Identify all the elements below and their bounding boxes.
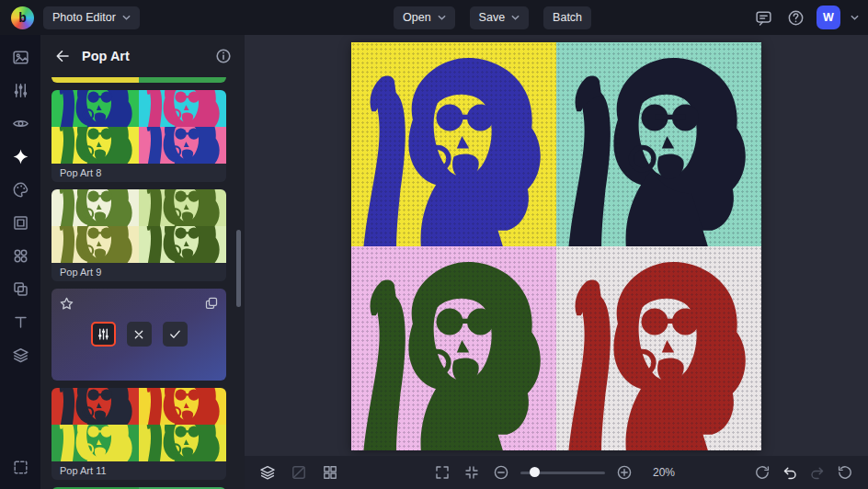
effect-card-selected[interactable] bbox=[51, 289, 226, 381]
effect-thumbnail bbox=[51, 189, 226, 263]
text-icon bbox=[12, 313, 29, 331]
photo-icon bbox=[12, 49, 29, 66]
popart-quadrant-topright bbox=[556, 42, 761, 246]
view-tools bbox=[257, 462, 340, 483]
sidebar-item-text[interactable] bbox=[9, 312, 31, 333]
panel-header: Pop Art bbox=[40, 35, 245, 77]
grid-view-icon[interactable] bbox=[320, 462, 340, 483]
duplicate-copy-icon[interactable] bbox=[204, 296, 219, 314]
file-actions: Open Save Batch bbox=[394, 6, 591, 29]
overlay-icon bbox=[12, 280, 29, 298]
undo-icon[interactable] bbox=[780, 462, 800, 483]
favorite-star-icon[interactable] bbox=[59, 296, 74, 315]
panel-scrollbar[interactable] bbox=[236, 83, 241, 483]
sidebar-item-layers[interactable] bbox=[9, 345, 31, 366]
scrollbar-thumb[interactable] bbox=[236, 230, 241, 307]
check-icon bbox=[168, 327, 182, 341]
batch-button[interactable]: Batch bbox=[543, 6, 591, 29]
sidebar-item-canvas[interactable] bbox=[9, 457, 31, 478]
sync-refresh-icon[interactable] bbox=[752, 462, 772, 483]
chevron-down-icon[interactable] bbox=[851, 15, 859, 20]
fullscreen-icon[interactable] bbox=[432, 462, 452, 483]
sidebar-item-overlays[interactable] bbox=[9, 279, 31, 300]
zoom-level: 20% bbox=[653, 466, 680, 479]
popart-figure bbox=[139, 189, 226, 226]
popart-quadrant bbox=[139, 189, 226, 226]
popart-quadrant bbox=[139, 127, 226, 164]
effect-controls bbox=[51, 322, 226, 347]
fit-screen-icon[interactable] bbox=[462, 462, 482, 483]
photo-editor-app: b Photo Editor Open Save Batch bbox=[0, 0, 868, 489]
popart-quadrant bbox=[139, 388, 226, 425]
popart-quadrant bbox=[51, 90, 139, 127]
popart-figure bbox=[51, 90, 139, 127]
popart-figure bbox=[51, 127, 139, 164]
popart-figure bbox=[139, 90, 226, 127]
sidebar-item-graphics[interactable] bbox=[9, 245, 31, 267]
tool-rail bbox=[0, 35, 40, 489]
effect-card[interactable]: Pop Art 8 bbox=[51, 90, 226, 182]
frame-icon bbox=[12, 214, 29, 232]
chevron-down-icon bbox=[122, 15, 131, 20]
back-button[interactable] bbox=[51, 45, 74, 67]
close-icon bbox=[132, 328, 145, 341]
help-icon[interactable] bbox=[784, 6, 806, 28]
sidebar-item-adjust[interactable] bbox=[9, 80, 31, 101]
effect-apply-button[interactable] bbox=[163, 322, 188, 347]
zoom-slider-knob[interactable] bbox=[530, 467, 540, 477]
app-logo-icon[interactable]: b bbox=[11, 6, 34, 29]
effect-settings-button[interactable] bbox=[91, 322, 116, 347]
popart-quadrant bbox=[51, 388, 139, 425]
effect-card-partial[interactable] bbox=[51, 77, 226, 83]
popart-figure bbox=[51, 425, 139, 461]
zoom-in-icon[interactable] bbox=[614, 462, 634, 483]
popart-quadrant bbox=[51, 425, 139, 461]
effect-thumbnail bbox=[51, 388, 226, 461]
eye-icon bbox=[12, 115, 29, 132]
popart-quadrant bbox=[51, 127, 139, 164]
history-tools bbox=[752, 462, 855, 483]
popart-image[interactable] bbox=[351, 42, 761, 450]
shapes-icon bbox=[12, 247, 29, 265]
effects-panel: Pop Art Pop Art 8 bbox=[40, 35, 245, 489]
popart-figure bbox=[139, 127, 226, 164]
app-mode-label: Photo Editor bbox=[52, 11, 116, 24]
layers-icon bbox=[12, 347, 29, 364]
popart-quadrant bbox=[139, 90, 226, 127]
layers-icon[interactable] bbox=[257, 462, 278, 483]
effects-list: Pop Art 8 Pop Art 9 bbox=[40, 77, 245, 489]
feedback-chat-icon[interactable] bbox=[752, 6, 774, 28]
save-button[interactable]: Save bbox=[470, 6, 530, 29]
effect-card[interactable]: Pop Art 11 bbox=[51, 388, 226, 480]
info-icon[interactable] bbox=[213, 46, 234, 66]
effect-cancel-button[interactable] bbox=[127, 322, 152, 347]
reset-history-icon[interactable] bbox=[835, 462, 855, 483]
zoom-out-icon[interactable] bbox=[491, 462, 511, 483]
sidebar-item-touchup[interactable] bbox=[9, 113, 31, 134]
popart-figure bbox=[51, 189, 139, 226]
sidebar-item-edit[interactable] bbox=[9, 47, 31, 68]
effect-card[interactable]: Pop Art 9 bbox=[51, 189, 226, 281]
popart-quadrant bbox=[139, 425, 226, 461]
popart-figure bbox=[556, 246, 761, 450]
open-button[interactable]: Open bbox=[394, 6, 455, 29]
effect-thumbnail bbox=[51, 90, 226, 164]
popart-figure bbox=[51, 226, 139, 263]
sidebar-item-artsy[interactable] bbox=[9, 179, 31, 200]
redo-icon[interactable] bbox=[807, 462, 828, 483]
popart-quadrant bbox=[139, 77, 226, 83]
popart-figure bbox=[556, 42, 761, 246]
batch-label: Batch bbox=[553, 11, 582, 24]
popart-quadrant bbox=[139, 226, 226, 263]
popart-figure bbox=[139, 425, 226, 461]
app-mode-menu[interactable]: Photo Editor bbox=[43, 6, 140, 29]
effect-label: Pop Art 8 bbox=[51, 164, 226, 182]
account-avatar[interactable]: W bbox=[817, 6, 840, 29]
compare-icon[interactable] bbox=[289, 462, 309, 483]
popart-quadrant bbox=[51, 226, 139, 263]
zoom-slider[interactable] bbox=[520, 472, 605, 474]
sidebar-item-effects[interactable] bbox=[9, 146, 31, 167]
canvas-area[interactable]: 20% bbox=[245, 35, 868, 489]
sidebar-item-frames[interactable] bbox=[9, 212, 31, 233]
effect-label: Pop Art 9 bbox=[51, 263, 226, 281]
